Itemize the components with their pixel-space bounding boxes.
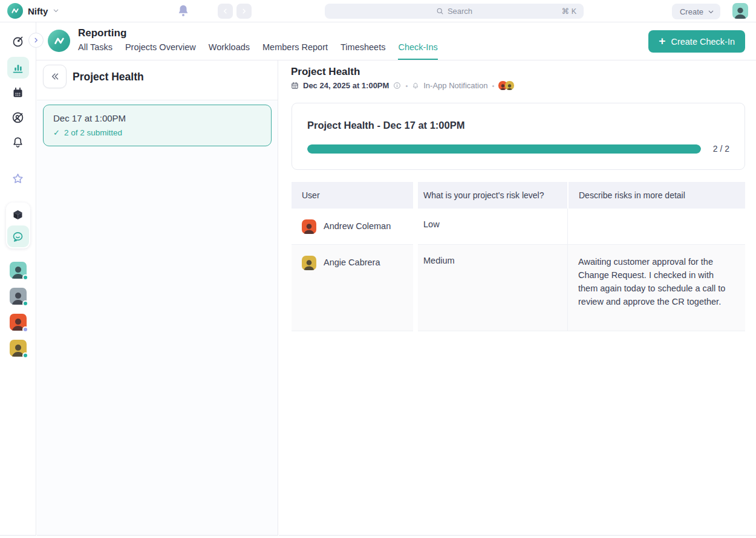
checkin-datetime: Dec 24, 2025 at 1:00PM [303,81,389,90]
column-gap [413,182,418,209]
column-gap [413,209,418,245]
submission-progress: 2 / 2 [307,144,729,154]
checkin-list-panel: Project Health Dec 17 at 1:00PM✓2 of 2 s… [37,60,278,536]
respondent-avatar [302,219,316,234]
avatar-photo [732,3,748,19]
checkin-item-status: ✓2 of 2 submitted [53,128,261,137]
status-dot [22,274,28,280]
progress-label: 2 / 2 [701,144,729,154]
table-row-user: Angie Cabrera [292,245,413,331]
plus-icon: + [659,35,665,47]
app-name: Nifty [28,6,48,16]
reporting-tabs: All TasksProjects OverviewWorkloadsMembe… [78,42,438,60]
avatar-photo [505,81,514,90]
projects-icon[interactable] [7,204,29,225]
summary-title: Project Health - Dec 17 at 1:00PM [307,120,729,131]
workspace-logo [48,30,70,52]
teammate-avatar-1[interactable] [10,262,27,279]
tab-members-report[interactable]: Members Report [262,42,328,60]
search-shortcut: ⌘ K [562,7,576,16]
user-avatar[interactable] [732,3,748,21]
topbar: Nifty Search ⌘ K Create [0,0,756,22]
page-header: Reporting All TasksProjects OverviewWork… [36,22,756,60]
workspace-switcher[interactable]: Nifty [7,3,59,19]
teammate-avatar-2[interactable] [10,288,27,305]
column-gap [413,245,418,331]
checkin-list-item[interactable]: Dec 17 at 1:00PM✓2 of 2 submitted [43,105,272,146]
recipient-avatar-2 [505,81,514,90]
checkin-meta: Dec 24, 2025 at 1:00PM • In-App Notifica… [291,81,514,90]
checkin-title: Project Health [291,66,360,78]
nifty-logo-icon [7,3,23,19]
checkin-list: Dec 17 at 1:00PM✓2 of 2 submitted [37,100,278,151]
search-icon [436,7,444,15]
my-work-icon[interactable] [7,106,29,128]
responses-table: UserWhat is your project's risk level?De… [292,182,745,331]
checkin-panel-header: Project Health [37,60,278,100]
avatar-photo [302,256,316,270]
user-avatar-photo [732,3,748,19]
teammate-avatar-3[interactable] [10,314,27,331]
avatar-photo [302,219,316,234]
tab-projects-overview[interactable]: Projects Overview [125,42,196,60]
checkin-summary-card: Project Health - Dec 17 at 1:00PM 2 / 2 [292,103,745,170]
tab-check-ins[interactable]: Check-Ins [398,42,437,60]
status-dot [22,326,28,332]
discover-icon[interactable] [7,30,29,52]
risk-detail-cell [567,209,745,245]
nav-back-button[interactable] [218,4,233,19]
respondent-avatar [302,256,316,270]
notification-type: In-App Notification [423,81,487,90]
table-row-user: Andrew Coleman [292,209,413,245]
teammate-avatar-4[interactable] [10,340,27,357]
status-dot [22,300,28,306]
chevron-down-icon [53,5,59,16]
teammate-avatars [10,262,27,357]
create-button[interactable]: Create [672,4,720,19]
risk-level-cell: Medium [418,245,567,331]
favorites-icon[interactable] [7,167,29,189]
checkin-panel-title: Project Health [73,71,144,83]
tab-timesheets[interactable]: Timesheets [341,42,385,60]
info-icon[interactable] [393,82,401,89]
tab-all-tasks[interactable]: All Tasks [78,42,112,60]
separator-dot: • [405,82,408,89]
collapse-panel-button[interactable] [43,65,67,88]
expand-sidebar-button[interactable] [28,33,44,48]
search-placeholder: Search [448,7,472,16]
search-input[interactable]: Search ⌘ K [325,4,584,19]
chat-icon[interactable] [7,225,29,247]
progress-track [307,144,701,154]
recipient-avatars [498,81,514,90]
app-screen: Nifty Search ⌘ K Create [0,0,756,538]
bell-outline-icon [412,82,419,89]
history-nav [218,4,252,19]
calendar-icon [291,82,299,89]
respondent-name: Andrew Coleman [324,219,391,231]
tab-workloads[interactable]: Workloads [209,42,250,60]
respondent-name: Angie Cabrera [324,256,380,267]
reports-icon[interactable] [7,57,29,79]
page-title: Reporting [78,27,126,39]
checkin-item-date: Dec 17 at 1:00PM [53,113,261,123]
risk-level-cell: Low [418,209,567,245]
chevron-down-icon [708,8,714,15]
progress-fill [307,144,701,154]
separator-dot: • [492,82,494,89]
double-chevron-left-icon [50,71,60,82]
notifications-icon[interactable] [7,131,29,153]
calendar-icon[interactable] [7,82,29,103]
column-header-user: User [292,182,413,209]
checkin-detail: Project Health Dec 24, 2025 at 1:00PM • … [279,60,756,536]
notifications-bell-icon[interactable] [177,4,190,18]
check-icon: ✓ [53,128,60,137]
chevron-right-icon [33,37,39,44]
rail-bottom-card [6,203,30,248]
sidebar-rail [0,22,36,536]
column-header-risk-detail: Describe risks in more detail [567,182,745,209]
risk-detail-cell: Awaiting customer approval for the Chang… [567,245,745,331]
column-header-risk-level: What is your project's risk level? [418,182,567,209]
submitted-count: 2 of 2 submitted [64,128,122,137]
create-checkin-button[interactable]: + Create Check-In [648,30,745,53]
nav-forward-button[interactable] [236,4,252,19]
